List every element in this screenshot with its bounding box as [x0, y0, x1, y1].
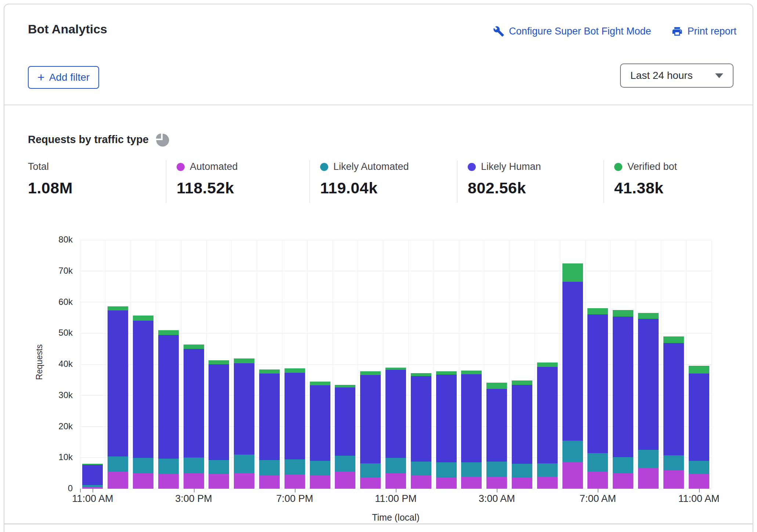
bar [663, 336, 684, 489]
bar-segment-likely-automated [310, 461, 330, 475]
bar [587, 308, 608, 489]
configure-super-bot-fight-mode-link[interactable]: Configure Super Bot Fight Mode [493, 26, 651, 37]
y-axis-label: 80k [4, 234, 73, 245]
pie-chart-icon[interactable] [155, 132, 170, 147]
v-gridline [711, 240, 712, 489]
x-axis-tick [93, 489, 93, 492]
bar [285, 368, 305, 489]
x-axis-title: Time (local) [372, 512, 420, 523]
bar-segment-likely-human [234, 363, 254, 454]
bar-segment-likely-automated [436, 462, 457, 478]
h-gridline [80, 240, 711, 240]
chevron-down-icon [715, 73, 723, 78]
bar-segment-verified-bot [335, 385, 355, 387]
x-axis-tick [194, 489, 195, 492]
bar-segment-verified-bot [613, 310, 633, 317]
automated-legend-dot [177, 163, 185, 171]
traffic-type-stats: Total 1.08M Automated 118.52k Likely Aut… [4, 160, 754, 203]
bar-segment-likely-automated [461, 462, 482, 477]
bar-segment-likely-automated [689, 461, 709, 474]
stat-total-value: 1.08M [28, 179, 166, 197]
bar-segment-likely-human [285, 373, 305, 459]
x-axis-label: 11:00 AM [72, 493, 113, 504]
stat-verified-bot-label: Verified bot [627, 161, 677, 172]
bar-segment-likely-automated [663, 455, 684, 470]
h-gridline [80, 271, 711, 271]
print-link-label: Print report [687, 26, 736, 37]
bar-segment-likely-automated [335, 456, 355, 471]
bar-segment-likely-human [461, 374, 482, 462]
section-heading-label: Requests by traffic type [28, 134, 149, 146]
v-gridline [635, 240, 636, 489]
bar-segment-automated [158, 474, 179, 489]
bar-segment-likely-automated [587, 453, 608, 471]
stat-likely-human-value: 802.56k [468, 179, 604, 197]
bar-segment-automated [689, 474, 709, 489]
stat-total-label: Total [28, 161, 49, 172]
bar-segment-likely-human [360, 375, 381, 464]
bar-segment-likely-automated [209, 460, 229, 474]
x-axis-label: 3:00 AM [479, 493, 515, 504]
bar-segment-likely-automated [411, 462, 431, 475]
v-gridline [383, 240, 383, 489]
x-axis-label: 7:00 AM [580, 493, 616, 504]
v-gridline [156, 240, 156, 489]
bar-segment-likely-human [108, 310, 128, 456]
stat-automated-label: Automated [190, 161, 238, 172]
bar [209, 360, 229, 489]
v-gridline [509, 240, 510, 489]
bar-segment-likely-automated [486, 462, 507, 477]
bar-segment-likely-automated [285, 459, 305, 475]
stat-likely-automated-label: Likely Automated [333, 161, 409, 172]
page-title: Bot Analytics [28, 22, 107, 36]
section-bottom-divider [4, 524, 753, 524]
bar [360, 371, 381, 489]
bar-segment-automated [108, 472, 128, 489]
x-axis-tick [295, 489, 296, 492]
bar-segment-automated [663, 470, 684, 489]
bar-segment-likely-human [310, 385, 330, 461]
stat-likely-automated-value: 119.04k [320, 179, 457, 197]
bar-segment-likely-automated [133, 458, 153, 473]
add-filter-button[interactable]: + Add filter [28, 66, 99, 89]
bar-segment-likely-automated [184, 458, 204, 473]
y-axis-label: 0 [4, 483, 73, 493]
v-gridline [333, 240, 333, 489]
stat-likely-automated: Likely Automated 119.04k [309, 160, 457, 203]
time-range-dropdown[interactable]: Last 24 hours [620, 63, 734, 88]
h-gridline [80, 302, 711, 302]
bar-segment-likely-human [562, 282, 583, 441]
print-report-link[interactable]: Print report [671, 26, 736, 37]
add-filter-label: Add filter [49, 72, 90, 83]
likely-human-legend-dot [468, 163, 476, 171]
bar-segment-verified-bot [512, 380, 532, 385]
bar-segment-verified-bot [411, 373, 431, 376]
stat-verified-bot: Verified bot 41.38k [604, 160, 754, 203]
bar-segment-verified-bot [259, 369, 280, 374]
bar-segment-verified-bot [158, 330, 179, 335]
printer-icon [671, 26, 683, 37]
y-axis-label: 40k [4, 359, 73, 369]
stat-verified-bot-value: 41.38k [614, 179, 754, 197]
bar-segment-automated [385, 473, 406, 489]
configure-link-label: Configure Super Bot Fight Mode [509, 26, 651, 37]
v-gridline [130, 240, 131, 489]
bar-segment-likely-automated [562, 441, 583, 462]
bar [158, 330, 179, 489]
v-gridline [206, 240, 207, 489]
v-gridline [535, 240, 535, 489]
bar-segment-verified-bot [184, 345, 204, 349]
bar [411, 373, 431, 489]
v-gridline [80, 240, 80, 489]
bar-segment-likely-human [335, 387, 355, 456]
bar-segment-automated [486, 477, 507, 489]
plus-icon: + [37, 71, 45, 83]
bar-segment-likely-human [486, 389, 507, 462]
x-axis-tick [497, 489, 497, 492]
stat-automated-value: 118.52k [177, 179, 309, 197]
bar-segment-automated [133, 473, 153, 489]
bar-segment-likely-human [259, 374, 280, 460]
x-axis-tick [396, 489, 396, 492]
bar-segment-verified-bot [587, 308, 608, 314]
verified-bot-legend-dot [614, 163, 622, 171]
